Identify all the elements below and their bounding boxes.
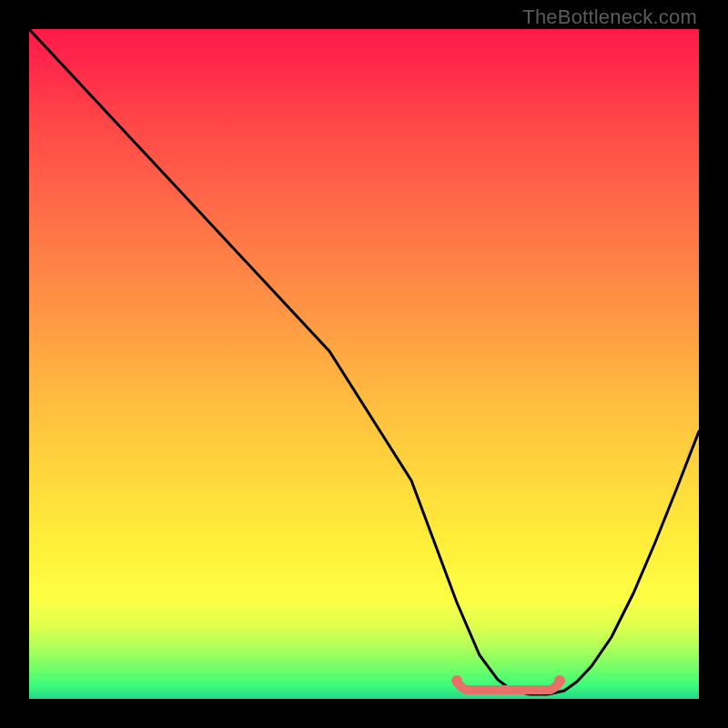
- bottleneck-curve: [29, 29, 699, 694]
- highlight-dot-left: [451, 675, 462, 686]
- highlight-band: [457, 681, 560, 690]
- curve-layer: [29, 29, 699, 699]
- highlight-dot-right: [554, 675, 565, 686]
- plot-area: [29, 29, 699, 699]
- chart-frame: TheBottleneck.com: [0, 0, 728, 728]
- attribution-label: TheBottleneck.com: [522, 5, 697, 29]
